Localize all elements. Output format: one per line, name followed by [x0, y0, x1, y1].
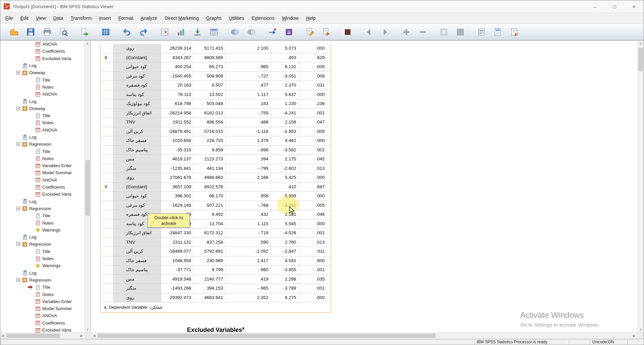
minimize-button[interactable]: –: [585, 0, 605, 12]
menu-edit[interactable]: Edit: [17, 13, 32, 23]
tree-item-title[interactable]: Title: [0, 148, 85, 155]
tree-item-warnings[interactable]: Warnings: [0, 262, 85, 269]
menu-analyze[interactable]: Analyze: [137, 13, 161, 23]
scroll-thumb[interactable]: [638, 48, 643, 71]
export-output-button[interactable]: [77, 25, 92, 39]
tree-item-regression[interactable]: Regression: [0, 141, 85, 148]
collapse-expander-icon[interactable]: [16, 242, 20, 246]
tree-item-title[interactable]: Title: [0, 248, 85, 255]
scroll-thumb[interactable]: [6, 334, 60, 338]
tree-item-model-summar[interactable]: Model Summar: [0, 305, 85, 312]
tree-item-log[interactable]: Log: [0, 234, 85, 241]
redo-button[interactable]: [136, 25, 150, 39]
show-button[interactable]: [437, 25, 451, 39]
insert-text-button[interactable]: [507, 25, 521, 39]
tree-item-variables-enter[interactable]: Variables Enter: [0, 298, 85, 305]
scroll-up-arrow[interactable]: ▲: [638, 41, 643, 46]
menu-window[interactable]: Window: [278, 13, 302, 23]
scroll-right-arrow[interactable]: ▶: [631, 333, 637, 339]
menu-direct-marketing[interactable]: Direct Marketing: [161, 13, 203, 23]
menu-graphs[interactable]: Graphs: [203, 13, 225, 23]
display-data-button[interactable]: [207, 25, 221, 39]
tree-item-notes[interactable]: Notes: [0, 219, 85, 226]
scroll-left-arrow[interactable]: ◀: [92, 333, 97, 339]
content-vertical-scrollbar[interactable]: ▲ ▼: [638, 41, 644, 333]
menu-format[interactable]: Format: [115, 13, 137, 23]
menu-help[interactable]: Help: [302, 13, 319, 23]
weight-cases-button[interactable]: [282, 25, 296, 39]
select-last-output-button[interactable]: [228, 25, 242, 39]
menu-file[interactable]: File: [2, 13, 17, 23]
tree-item-anova[interactable]: ANOVA: [0, 41, 85, 48]
menu-utilities[interactable]: Utilities: [225, 13, 248, 23]
tree-item-coefficients[interactable]: Coefficients: [0, 319, 85, 327]
stop-processor-button[interactable]: [340, 25, 355, 39]
tree-item-variables-enter[interactable]: Variables Enter: [0, 162, 85, 169]
scroll-down-arrow[interactable]: ▼: [638, 327, 643, 333]
menu-insert[interactable]: Insert: [96, 13, 115, 23]
collapse-expander-icon[interactable]: [16, 207, 20, 210]
outline-vertical-scrollbar[interactable]: ▲ ▼: [85, 41, 91, 333]
tree-item-log[interactable]: Log: [0, 98, 85, 105]
tree-item-anova[interactable]: ANOVA: [0, 127, 85, 134]
undo-button[interactable]: [120, 25, 134, 39]
tree-item-title[interactable]: Title: [0, 212, 85, 219]
scroll-left-arrow[interactable]: ◀: [0, 333, 6, 339]
tree-item-warnings[interactable]: Warnings: [0, 227, 85, 234]
tree-item-notes[interactable]: Notes: [0, 84, 85, 91]
hide-button[interactable]: [453, 25, 467, 39]
tree-item-notes[interactable]: Notes: [0, 291, 85, 298]
tree-item-anova[interactable]: ANOVA: [0, 91, 85, 98]
tree-item-log[interactable]: Log: [0, 269, 85, 277]
tree-item-regression[interactable]: Regression: [0, 277, 85, 284]
print-preview-button[interactable]: [56, 25, 70, 39]
tree-item-anova[interactable]: ANOVA: [0, 312, 85, 319]
tree-item-oneway[interactable]: Oneway: [0, 105, 85, 112]
coefficients-table-object[interactable]: روی26239.3145172.4152.1005.073.0008(Cons…: [100, 44, 331, 313]
menu-data[interactable]: Data: [50, 13, 67, 23]
print-button[interactable]: [40, 25, 54, 39]
tree-item-excluded-varia[interactable]: Excluded Varia: [0, 191, 85, 198]
collapse-expander-icon[interactable]: [16, 142, 20, 146]
export-data-button[interactable]: [190, 25, 204, 39]
tree-item-excluded-varia[interactable]: Excluded Varia: [0, 327, 85, 333]
scroll-right-arrow[interactable]: ▶: [79, 333, 84, 339]
save-output-button[interactable]: [23, 25, 38, 39]
maximize-button[interactable]: □: [605, 0, 624, 12]
close-button[interactable]: ×: [624, 0, 644, 12]
tree-item-log[interactable]: Log: [0, 198, 85, 205]
scroll-thumb[interactable]: [85, 160, 90, 216]
tree-item-log[interactable]: Log: [0, 62, 85, 69]
run-pending-transforms-button[interactable]: [265, 25, 279, 39]
tree-item-anova[interactable]: ANOVA: [0, 177, 85, 184]
tree-item-notes[interactable]: Notes: [0, 155, 85, 162]
tree-item-coefficients[interactable]: Coefficients: [0, 184, 85, 191]
scroll-up-arrow[interactable]: ▲: [85, 41, 90, 46]
tree-item-notes[interactable]: Notes: [0, 255, 85, 262]
collapse-expander-icon[interactable]: [16, 278, 20, 282]
run-script-button[interactable]: [319, 25, 333, 39]
menu-view[interactable]: View: [32, 13, 50, 23]
tree-item-model-summar[interactable]: Model Summar: [0, 169, 85, 176]
scroll-down-arrow[interactable]: ▼: [85, 327, 90, 333]
designate-window-button[interactable]: [244, 25, 258, 39]
insert-heading-button[interactable]: [474, 25, 488, 39]
collapse-expander-icon[interactable]: [16, 71, 20, 75]
tree-item-regression[interactable]: Regression: [0, 241, 85, 248]
edit-output-button[interactable]: [303, 25, 317, 39]
recall-dialogs-button[interactable]: [99, 25, 113, 39]
open-output-button[interactable]: [7, 25, 21, 39]
expand-button[interactable]: [399, 25, 413, 39]
collapse-button[interactable]: [416, 25, 430, 39]
promote-button[interactable]: [362, 25, 376, 39]
tree-item-title[interactable]: Title: [0, 284, 85, 291]
content-horizontal-scrollbar[interactable]: ◀ ▶: [92, 333, 637, 339]
chart-builder-button[interactable]: [174, 25, 188, 39]
menu-transform[interactable]: Transform: [67, 13, 95, 23]
tree-item-title[interactable]: Title: [0, 76, 85, 83]
tree-item-log[interactable]: Log: [0, 134, 85, 141]
outline-horizontal-scrollbar[interactable]: ◀ ▶: [0, 333, 85, 339]
tree-item-coefficients[interactable]: Coefficients: [0, 48, 85, 55]
scroll-thumb[interactable]: [98, 334, 436, 338]
tree-item-regression[interactable]: Regression: [0, 205, 85, 212]
